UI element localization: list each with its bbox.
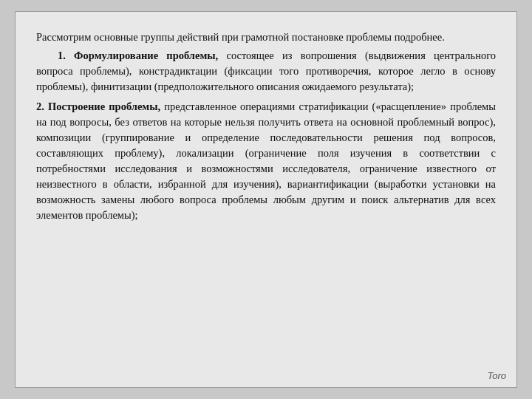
slide-container: Рассмотрим основные группы действий при … xyxy=(15,11,517,388)
item-1: 1. Формулирование проблемы, состоящее из… xyxy=(36,48,496,95)
watermark-label: Toro xyxy=(487,370,506,381)
item2-label: 2. Построение проблемы, xyxy=(36,100,160,112)
item2-text: представленное операциями стратификации … xyxy=(36,100,496,221)
item1-label: 1. Формулирование проблемы, xyxy=(58,50,218,61)
content-body: Рассмотрим основные группы действий при … xyxy=(36,30,496,223)
item-2: 2. Построение проблемы, представленное о… xyxy=(36,99,496,223)
intro-paragraph: Рассмотрим основные группы действий при … xyxy=(36,30,496,45)
